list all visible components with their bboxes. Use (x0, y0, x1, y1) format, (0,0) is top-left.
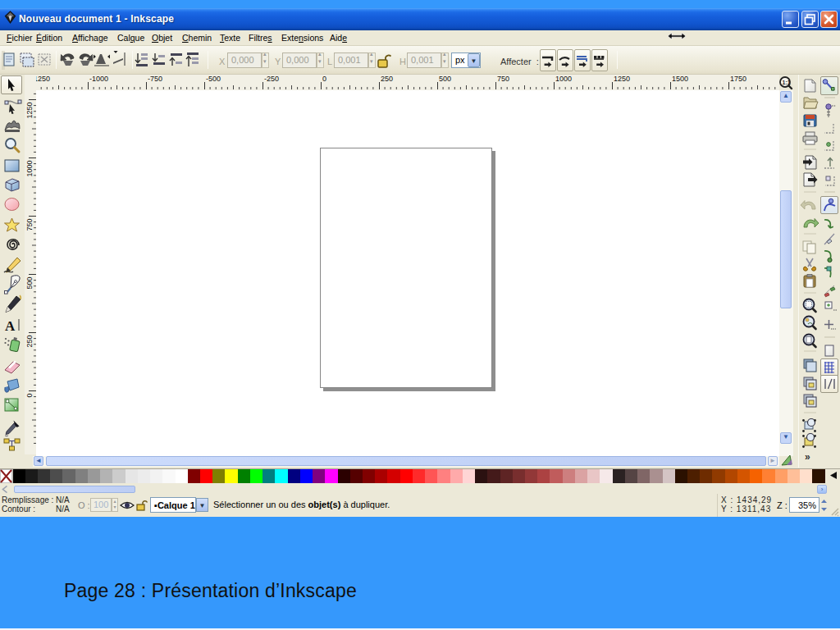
svg-text:750: 750 (497, 75, 509, 83)
svg-text:1000: 1000 (555, 75, 572, 83)
svg-text:1000: 1000 (25, 161, 34, 177)
svg-text:1250: 1250 (25, 103, 34, 119)
svg-text:»: » (805, 451, 810, 463)
svg-text:-500: -500 (206, 75, 221, 83)
svg-text:1250: 1250 (614, 75, 630, 83)
svg-text:-1000: -1000 (89, 75, 108, 83)
svg-text:-250: -250 (264, 75, 279, 83)
svg-text:250: 250 (25, 336, 34, 348)
svg-text:A: A (5, 318, 16, 334)
svg-text:250: 250 (381, 75, 393, 83)
svg-text:500: 500 (25, 277, 34, 290)
svg-text:500: 500 (439, 75, 451, 83)
svg-text:1:1: 1:1 (783, 80, 791, 85)
svg-text:0: 0 (25, 394, 34, 398)
svg-text:750: 750 (25, 219, 34, 231)
svg-text:1500: 1500 (672, 75, 688, 83)
svg-text:0: 0 (322, 75, 326, 83)
svg-text:-750: -750 (148, 75, 162, 83)
svg-text:1750: 1750 (730, 75, 746, 83)
